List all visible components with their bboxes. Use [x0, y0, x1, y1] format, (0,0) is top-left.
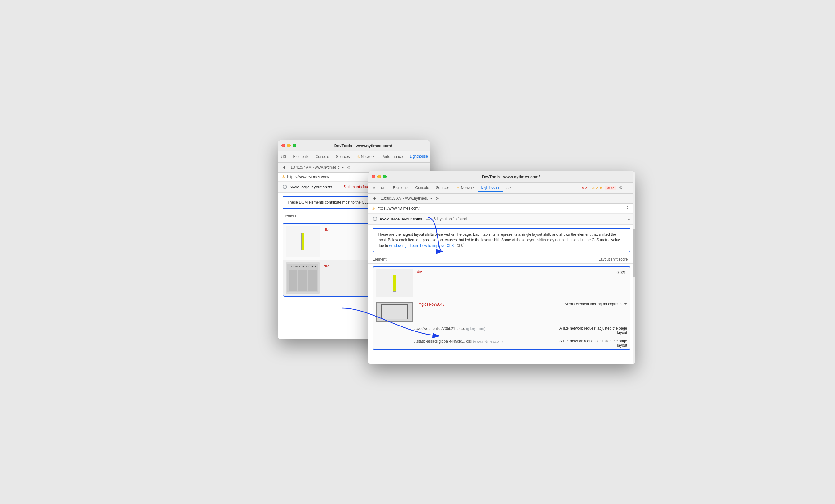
front-network-row-2: ...static-assets/global-f449cfd....css (… [373, 337, 630, 350]
front-audit-title: Avoid large layout shifts [380, 217, 422, 222]
cls-badge: CLS [455, 243, 464, 248]
front-network-reason-1: A late network request adjusted the page… [550, 326, 627, 335]
front-network-file-1: ...css/web-fonts.7705b21....css (g1.nyt.… [414, 326, 486, 331]
front-close-button[interactable] [372, 175, 375, 178]
front-sub-info-img: img.css-o9w048 [416, 302, 445, 307]
front-desc-link2[interactable]: Learn how to improve CLS [410, 244, 454, 248]
tab-more-front[interactable]: >> [503, 184, 514, 191]
front-toolbar-separator [388, 185, 388, 191]
front-devtools-window: DevTools - www.nytimes.com/ ⌖ ⧉ Elements… [368, 171, 635, 364]
close-button[interactable] [282, 144, 285, 147]
add-tab-icon[interactable]: + [281, 164, 288, 171]
front-titlebar: DevTools - www.nytimes.com/ [368, 171, 635, 183]
front-desc-link1[interactable]: windowing [389, 244, 406, 248]
back-url-warning-icon: ⚠ [282, 174, 285, 180]
back-url-chevron[interactable]: ▾ [342, 166, 344, 169]
tab-elements-back[interactable]: Elements [290, 153, 312, 160]
front-audit-dash: — [426, 217, 430, 222]
front-sub-item-img: img.css-o9w048 Media element lacking an … [373, 300, 630, 324]
front-network-domain-text-1: (g1.nyt.com) [466, 327, 485, 331]
front-description-box: These are the largest layout shifts obse… [373, 228, 630, 252]
front-warning-bar: ⚠ https://www.nytimes.com/ ⋮ [368, 204, 635, 214]
audit-status-circle [283, 185, 287, 189]
minimize-button[interactable] [287, 144, 291, 147]
front-col-score: Layout shift score [598, 257, 630, 261]
back-element-thumb-1 [286, 226, 320, 257]
scrollbar-thumb[interactable] [633, 229, 635, 277]
front-reload-icon[interactable]: ⊘ [434, 195, 440, 201]
front-audit-status-circle [373, 217, 377, 221]
back-audit-dash: — [336, 185, 340, 189]
front-table-header: Element Layout shift score [368, 255, 635, 264]
tab-console-front[interactable]: Console [412, 184, 432, 191]
front-element-info-div: div [417, 269, 612, 274]
front-sub-thumb-img [376, 302, 413, 322]
front-table-body: div 0.021 img.css-o9w048 Media element l… [368, 266, 635, 356]
back-toolbar: ⌖ ⧉ Elements Console Sources Network Per… [278, 151, 430, 163]
audit-collapse-icon[interactable]: ∧ [628, 217, 630, 221]
front-settings-icon[interactable]: ⚙ [617, 184, 625, 191]
traffic-lights [282, 144, 297, 147]
front-warning-icon: ⚠ [592, 186, 595, 190]
front-network-domain-text-2: (www.nytimes.com) [473, 339, 503, 343]
front-minimize-button[interactable] [377, 175, 381, 178]
front-info-icon: ✉ [607, 186, 610, 190]
front-col-element: Element [373, 257, 599, 261]
reload-icon[interactable]: ⊘ [346, 165, 352, 170]
front-more-menu-icon[interactable]: ⋮ [625, 184, 633, 191]
front-add-tab-icon[interactable]: + [371, 195, 379, 202]
front-maximize-button[interactable] [383, 175, 387, 178]
back-titlebar: DevTools - www.nytimes.com/ [278, 140, 430, 151]
front-element-score: 0.021 [615, 269, 627, 276]
back-timestamp: 10:41:57 AM - www.nytimes.c [291, 165, 340, 169]
maximize-button[interactable] [293, 144, 297, 147]
front-traffic-lights [372, 175, 387, 178]
front-url-warning-icon: ⚠ [372, 206, 376, 211]
cursor-tool-icon[interactable]: ⌖ [280, 153, 283, 161]
tab-performance-back[interactable]: Performance [379, 153, 406, 160]
front-element-thumb-div [376, 269, 413, 297]
front-network-filename-2: ...static-assets/global-f449cfd....css [414, 339, 472, 343]
front-url-chevron[interactable]: ▾ [430, 197, 432, 200]
front-cursor-tool-icon[interactable]: ⌖ [370, 184, 378, 191]
front-element-main-div: div 0.021 [373, 267, 630, 300]
front-network-row-1: ...css/web-fonts.7705b21....css (g1.nyt.… [373, 324, 630, 337]
front-audit-header[interactable]: Avoid large layout shifts — 6 layout shi… [368, 214, 635, 225]
front-content-area: Avoid large layout shifts — 6 layout shi… [368, 214, 635, 363]
front-element-row[interactable]: div 0.021 img.css-o9w048 Media element l… [373, 266, 630, 350]
front-toolbar: ⌖ ⧉ Elements Console Sources Network Lig… [368, 183, 635, 194]
back-window-title: DevTools - www.nytimes.com/ [300, 143, 426, 148]
back-audit-title: Avoid large layout shifts [289, 185, 332, 189]
front-layers-icon[interactable]: ⧉ [379, 184, 386, 191]
back-element-name-1: div [324, 226, 329, 233]
front-info-badge: ✉ 75 [605, 186, 616, 190]
front-element-name-div: div [417, 268, 422, 275]
front-network-reason-2: A late network request adjusted the page… [550, 339, 627, 348]
back-element-name-2: div [324, 262, 329, 270]
tab-console-back[interactable]: Console [312, 153, 332, 160]
front-url-text: https://www.nytimes.com/ [378, 206, 420, 210]
back-urlbar: + 10:41:57 AM - www.nytimes.c ▾ ⊘ [278, 163, 430, 172]
tab-network-back[interactable]: Network [353, 153, 378, 160]
front-window-title: DevTools - www.nytimes.com/ [390, 174, 632, 179]
tab-network-front[interactable]: Network [453, 184, 478, 191]
front-network-filename-1: ...css/web-fonts.7705b21....css [414, 327, 465, 331]
front-urlbar: + 10:39:13 AM - www.nytimes. ▾ ⊘ [368, 194, 635, 204]
front-sub-reason-img: Media element lacking an explicit size [565, 302, 627, 306]
front-warning-badge: ⚠ 219 [591, 186, 603, 190]
front-audit-count: 6 layout shifts found [434, 217, 467, 221]
scrollbar-track[interactable] [633, 171, 635, 364]
tab-sources-back[interactable]: Sources [333, 153, 353, 160]
layers-icon[interactable]: ⧉ [283, 153, 286, 161]
tab-elements-front[interactable]: Elements [390, 184, 412, 191]
front-error-icon: ⊗ [582, 186, 584, 190]
front-timestamp: 10:39:13 AM - www.nytimes. [381, 196, 428, 201]
back-element-thumb-2: The New York Times [286, 262, 320, 294]
tab-sources-front[interactable]: Sources [433, 184, 453, 191]
front-error-badge: ⊗ 3 [580, 186, 589, 190]
tab-lighthouse-front[interactable]: Lighthouse [478, 184, 503, 191]
front-sub-name-img: img.css-o9w048 [418, 302, 445, 307]
front-network-file-2: ...static-assets/global-f449cfd....css (… [414, 339, 503, 343]
tab-lighthouse-back[interactable]: Lighthouse [406, 153, 430, 161]
front-url-more-icon[interactable]: ⋮ [624, 206, 632, 211]
